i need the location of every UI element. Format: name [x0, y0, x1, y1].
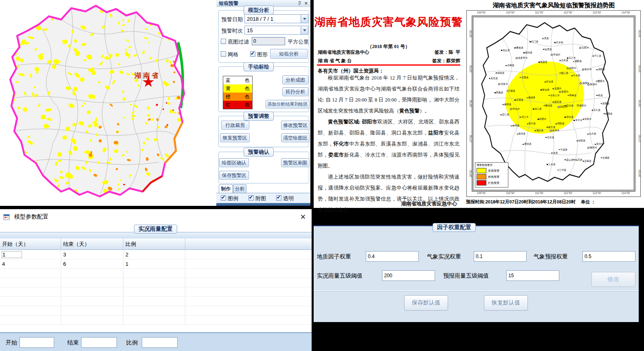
geo-weight-input[interactable]: 0.4 [366, 251, 419, 262]
cell[interactable] [185, 278, 312, 287]
modify-warning-zone-button[interactable]: 修改预警区 [281, 121, 310, 130]
obs-rain-threshold-input[interactable]: 200 [382, 270, 435, 281]
tab-make[interactable]: 制作 [219, 184, 233, 193]
color-item-blue[interactable]: 蓝 色 [223, 76, 252, 84]
cell[interactable] [185, 259, 312, 268]
cell[interactable] [185, 250, 312, 259]
pin-icon[interactable]: 卩 [297, 0, 301, 7]
cell[interactable] [123, 287, 185, 296]
cell[interactable] [61, 306, 123, 315]
county-label: 城步县 [535, 129, 544, 132]
topology-analysis-button[interactable]: 拓扑分析 [282, 87, 308, 96]
cell[interactable] [61, 316, 123, 325]
start-input[interactable] [20, 337, 54, 348]
cell[interactable] [185, 316, 312, 325]
add-result-to-canvas-button[interactable]: 添加分析结果到绘区 [266, 100, 310, 108]
cell[interactable] [185, 297, 312, 306]
table-row[interactable]: 4 6 1 [0, 259, 312, 269]
ratio-input[interactable] [142, 337, 178, 348]
inset-map-checkbox[interactable] [248, 195, 254, 201]
cell[interactable] [61, 269, 123, 278]
county-label: 武冈市 [538, 118, 547, 120]
dialog-close-icon[interactable]: ✕ [300, 213, 306, 221]
cell[interactable] [0, 297, 61, 306]
table-row-empty[interactable] [0, 297, 312, 306]
warning-zone-refresh-button[interactable]: 预警区刷新 [281, 158, 310, 167]
cell[interactable] [61, 278, 123, 287]
cell[interactable] [0, 287, 61, 296]
transparent-checkbox[interactable] [276, 195, 281, 201]
canvas-confirm-button[interactable]: 绘图区确认 [219, 158, 249, 167]
obs-weight-input[interactable]: 0.1 [474, 251, 527, 262]
restore-defaults-button[interactable]: 恢复默认值 [484, 295, 528, 311]
grid-checkbox[interactable] [221, 51, 226, 57]
dialog-titlebar[interactable]: 模型参数配置 ✕ [0, 209, 312, 225]
save-warning-zone-button[interactable]: 保存预警区 [219, 171, 249, 180]
gis-map-canvas[interactable]: 湖南省 ★ [0, 0, 216, 206]
end-field-label: 结束 [67, 339, 79, 347]
cell[interactable] [0, 269, 61, 278]
table-row-empty[interactable] [0, 269, 312, 278]
cell[interactable] [185, 306, 312, 315]
cell[interactable] [185, 287, 312, 296]
table-row[interactable]: 1 3 2 [0, 250, 312, 259]
dropdown-arrow-icon[interactable] [301, 26, 308, 34]
save-defaults-button[interactable]: 保存默认值 [404, 295, 448, 311]
admin-clip-button[interactable]: 行政裁剪 [221, 121, 249, 130]
cell[interactable] [123, 297, 185, 306]
basemap-filter-input[interactable]: 0 [252, 37, 285, 45]
color-item-yellow[interactable]: 黄 色 [223, 84, 252, 93]
warn-time-combobox[interactable]: 15 [244, 26, 308, 35]
table-row-empty[interactable] [0, 316, 312, 325]
cell[interactable] [0, 316, 61, 325]
cell[interactable]: 1 [123, 259, 185, 268]
graphic-checkbox[interactable] [250, 51, 255, 57]
legend-checkbox[interactable] [221, 195, 226, 201]
cell[interactable]: 3 [61, 250, 123, 259]
cell[interactable] [61, 287, 123, 296]
county-label: 保靖县 [496, 72, 505, 74]
col-ratio[interactable]: 比例 [123, 238, 185, 249]
cell[interactable] [0, 306, 61, 315]
cell[interactable]: 4 [0, 259, 61, 268]
close-icon[interactable]: ✕ [304, 1, 308, 6]
trend-map-figure: 湖南省地质灾害气象风险短临预警预报趋势图 109°00'110°00' 111°… [464, 0, 644, 208]
cell[interactable] [185, 269, 312, 278]
county-label: 耒阳市 [583, 118, 592, 120]
table-row-empty[interactable] [0, 278, 312, 287]
cell[interactable]: 2 [123, 250, 185, 259]
basemap-filter-checkbox[interactable] [221, 39, 226, 44]
cell[interactable]: 6 [61, 259, 123, 268]
forecast-rain-threshold-input[interactable]: 15 [506, 270, 559, 281]
tab-analysis[interactable]: 分析 [233, 184, 246, 193]
analysis-to-map-button[interactable]: 分析成图 [282, 75, 308, 84]
color-item-red[interactable]: 红 色 [223, 101, 252, 109]
cell[interactable] [123, 316, 185, 325]
forecast-weight-input[interactable]: 0.5 [582, 251, 635, 262]
clear-canvas-button[interactable]: 清空绘图区 [281, 133, 310, 142]
dropdown-arrow-icon[interactable] [301, 15, 308, 23]
cell[interactable] [61, 297, 123, 306]
county-label: 平江县 [593, 55, 602, 57]
table-row-empty[interactable] [0, 287, 312, 297]
county-label: 涟源市 [553, 87, 562, 90]
warn-date-combobox[interactable]: 2018 / 7 / 1 [244, 14, 308, 23]
cell[interactable] [0, 278, 61, 287]
county-label: 通道县 [523, 143, 532, 145]
table-row-empty[interactable] [0, 306, 312, 316]
restore-warning-zone-button[interactable]: 恢复预警区 [220, 133, 250, 142]
col-end-days[interactable]: 结束（天） [61, 238, 123, 249]
county-label: 永兴县 [587, 132, 596, 135]
cell[interactable] [123, 306, 185, 315]
longitude-ticks-top: 109°00'110°00' 111°00'112°00' 113°00'114… [467, 11, 640, 14]
modify-button[interactable]: 修改 [591, 272, 635, 287]
end-input[interactable] [81, 337, 117, 348]
draw-color-list[interactable]: 蓝 色 黄 色 橙 色 红 色 [223, 76, 253, 109]
color-item-orange[interactable]: 橙 色 [223, 93, 252, 101]
cell[interactable] [123, 278, 185, 287]
short-term-analysis-button[interactable]: 短临分析 [270, 49, 308, 59]
cell[interactable] [123, 269, 185, 278]
col-start-days[interactable]: 开始（天） [0, 238, 61, 249]
legend-item-red: 红色预警 [477, 180, 507, 185]
cell-focused[interactable]: 1 [2, 252, 22, 258]
